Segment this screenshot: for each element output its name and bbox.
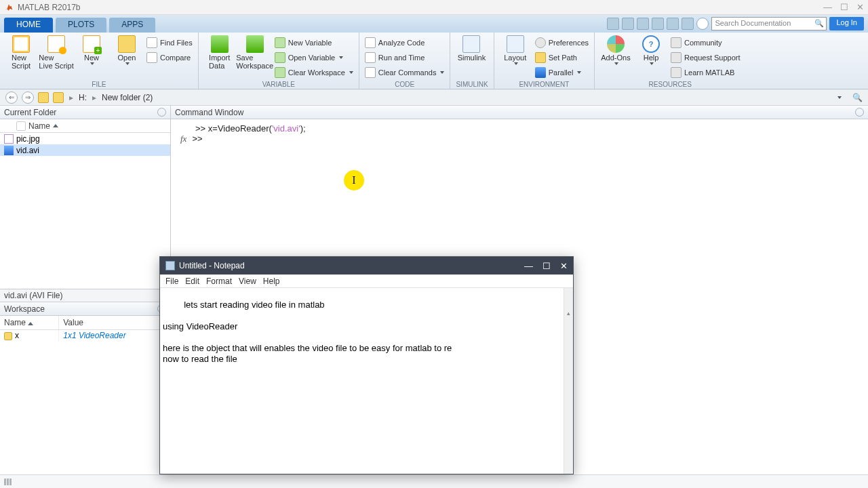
qat-paste-icon[interactable] [652, 18, 664, 30]
notepad-window[interactable]: Untitled - Notepad — ☐ ✕ File Edit Forma… [159, 256, 574, 474]
notepad-scrollbar[interactable]: ▴ [564, 288, 573, 474]
chevron-down-icon [440, 71, 444, 74]
notepad-editor[interactable]: lets start reading video file in matlab … [160, 288, 573, 474]
clear-workspace-button[interactable]: Clear Workspace [275, 65, 353, 79]
file-row[interactable]: vid.avi [0, 144, 170, 156]
group-code-label: CODE [365, 81, 445, 89]
np-menu-view[interactable]: View [239, 277, 256, 286]
save-workspace-button[interactable]: Save Workspace [239, 35, 271, 70]
find-files-button[interactable]: Find Files [146, 35, 193, 49]
nav-fwd-icon[interactable]: ⇒ [22, 92, 34, 104]
notepad-title: Untitled - Notepad [179, 261, 245, 270]
group-env-label: ENVIRONMENT [500, 81, 589, 89]
simulink-button[interactable]: Simulink [456, 35, 487, 62]
chevron-down-icon [339, 56, 343, 59]
ws-row[interactable]: x 1x1 VideoReader [0, 329, 170, 342]
nav-back-icon[interactable]: ⇐ [5, 92, 18, 104]
new-script-button[interactable]: New Script [5, 35, 37, 70]
scroll-up-icon[interactable]: ▴ [564, 308, 573, 318]
sort-asc-icon [53, 124, 58, 127]
panel-options-icon[interactable] [157, 108, 166, 117]
group-file-label: FILE [5, 81, 193, 89]
workspace-table[interactable]: Name Value x 1x1 VideoReader [0, 316, 170, 342]
file-list[interactable]: pic.jpg vid.avi [0, 133, 170, 289]
app-title: MATLAB R2017b [18, 3, 81, 12]
addr-dropdown-icon[interactable] [837, 96, 842, 99]
learn-matlab-button[interactable]: Learn MATLAB [671, 65, 741, 79]
preferences-button[interactable]: Preferences [535, 35, 589, 49]
community-button[interactable]: Community [671, 35, 741, 49]
current-folder-header: Current Folder [0, 106, 170, 119]
np-menu-help[interactable]: Help [263, 277, 280, 286]
compare-button[interactable]: Compare [146, 50, 193, 64]
file-name-column[interactable]: Name [0, 119, 170, 133]
set-path-button[interactable]: Set Path [535, 50, 589, 64]
matlab-logo-icon [4, 3, 14, 12]
new-variable-button[interactable]: New Variable [275, 35, 353, 49]
fx-icon[interactable]: fx [180, 134, 186, 144]
group-resources-label: RESOURCES [600, 81, 741, 89]
titlebar: MATLAB R2017b — ☐ ✕ [0, 0, 868, 15]
maximize-icon[interactable]: ☐ [840, 2, 848, 12]
ws-col-value[interactable]: Value [59, 316, 170, 329]
qat-undo-icon[interactable] [667, 18, 679, 30]
chevron-down-icon [349, 71, 353, 74]
chevron-down-icon [90, 62, 94, 65]
np-minimize-icon[interactable]: — [524, 261, 533, 271]
layout-button[interactable]: Layout [500, 35, 531, 65]
status-bar [0, 474, 868, 488]
cursor-highlight-icon [344, 170, 364, 190]
tab-plots[interactable]: PLOTS [56, 18, 106, 33]
tab-home[interactable]: HOME [4, 18, 53, 33]
qat-help-icon[interactable] [696, 18, 709, 30]
details-bar: vid.avi (AVI File) [0, 289, 170, 302]
qat-save-icon[interactable] [607, 18, 619, 30]
chevron-down-icon [650, 62, 654, 65]
folder-icon[interactable] [38, 92, 49, 103]
addr-drive[interactable]: H: [79, 93, 87, 102]
parallel-button[interactable]: Parallel [535, 65, 589, 79]
open-variable-button[interactable]: Open Variable [275, 50, 353, 64]
clear-commands-button[interactable]: Clear Commands [365, 65, 445, 79]
panel-options-icon[interactable] [855, 108, 864, 117]
qat-redo-icon[interactable] [682, 18, 694, 30]
chevron-down-icon [514, 62, 518, 65]
toolstrip: New Script New Live Script +New Open Fin… [0, 33, 868, 89]
notepad-icon [165, 261, 175, 270]
request-support-button[interactable]: Request Support [671, 50, 741, 64]
minimize-icon[interactable]: — [823, 2, 832, 12]
np-maximize-icon[interactable]: ☐ [542, 261, 551, 271]
analyze-code-button[interactable]: Analyze Code [365, 35, 445, 49]
chevron-down-icon [577, 71, 581, 74]
new-button[interactable]: +New [76, 35, 107, 65]
addr-folder[interactable]: New folder (2) [102, 93, 153, 102]
qat-cut-icon[interactable] [622, 18, 634, 30]
search-documentation[interactable]: Search Documentation [711, 17, 827, 30]
np-menu-format[interactable]: Format [206, 277, 232, 286]
run-and-time-button[interactable]: Run and Time [365, 50, 445, 64]
qat-copy-icon[interactable] [637, 18, 649, 30]
close-icon[interactable]: ✕ [856, 2, 864, 12]
chevron-down-icon [614, 62, 618, 65]
np-menu-file[interactable]: File [165, 277, 178, 286]
notepad-titlebar[interactable]: Untitled - Notepad — ☐ ✕ [160, 257, 573, 274]
help-button[interactable]: ?Help [635, 35, 667, 65]
workspace-header: Workspace [0, 302, 170, 316]
open-button[interactable]: Open [111, 35, 142, 65]
login-button[interactable]: Log In [829, 17, 864, 30]
new-live-script-button[interactable]: New Live Script [41, 35, 72, 70]
address-bar: ⇐ ⇒ ▸ H: ▸ New folder (2) 🔍 [0, 89, 868, 106]
folder-up-icon[interactable] [53, 92, 64, 103]
np-close-icon[interactable]: ✕ [560, 261, 568, 271]
file-row[interactable]: pic.jpg [0, 133, 170, 144]
search-path-icon[interactable]: 🔍 [852, 93, 863, 102]
tab-apps[interactable]: APPS [109, 18, 155, 33]
np-menu-edit[interactable]: Edit [185, 277, 199, 286]
addons-button[interactable]: Add-Ons [600, 35, 631, 65]
ws-col-name[interactable]: Name [0, 316, 59, 329]
search-placeholder: Search Documentation [715, 19, 791, 27]
command-window-header: Command Window [171, 106, 868, 119]
file-icon [16, 121, 26, 131]
import-data-button[interactable]: Import Data [204, 35, 235, 70]
notepad-menubar: File Edit Format View Help [160, 274, 573, 288]
